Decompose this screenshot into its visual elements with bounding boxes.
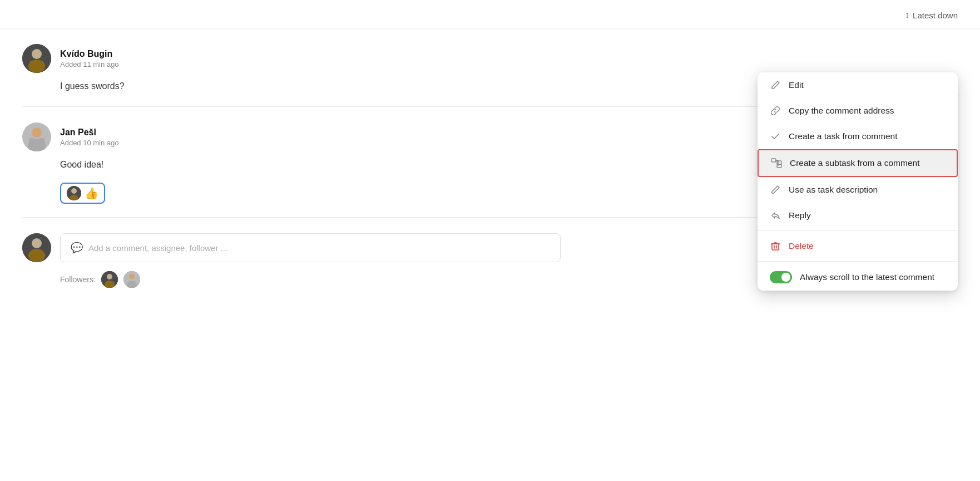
comment-author-1: Kvído Bugin <box>60 49 119 59</box>
comment-author-2: Jan Pešl <box>60 127 119 138</box>
link-icon <box>770 105 781 116</box>
comment-input-box[interactable]: 💬 Add a comment, assignee, follower ... <box>60 233 561 262</box>
svg-point-20 <box>129 274 135 279</box>
menu-item-edit[interactable]: Edit <box>758 72 958 98</box>
reaction-badge[interactable]: 👍 <box>60 183 105 204</box>
toggle-switch[interactable] <box>770 271 792 283</box>
reply-icon <box>770 210 781 221</box>
svg-point-6 <box>32 127 42 138</box>
avatar-kvido <box>22 44 51 73</box>
svg-point-11 <box>71 188 77 194</box>
menu-delete-label: Delete <box>789 241 814 251</box>
toggle-label: Always scroll to the latest comment <box>800 272 934 282</box>
toggle-row: Always scroll to the latest comment <box>758 264 958 291</box>
svg-rect-8 <box>29 138 34 147</box>
menu-copy-label: Copy the comment address <box>789 106 894 116</box>
menu-item-reply[interactable]: Reply <box>758 203 958 228</box>
context-menu: Edit Copy the comment address Create a t… <box>758 72 958 291</box>
menu-create-task-label: Create a task from comment <box>789 131 898 141</box>
followers-label: Followers: <box>60 275 96 284</box>
follower-avatar-1[interactable] <box>101 271 118 288</box>
menu-reply-label: Reply <box>789 210 811 220</box>
comment-time-1: Added 11 min ago <box>60 60 119 68</box>
menu-edit-label: Edit <box>789 80 804 90</box>
svg-rect-9 <box>39 138 44 147</box>
sort-icon: ↕ <box>905 10 909 20</box>
menu-divider <box>758 230 958 231</box>
reaction-avatar <box>67 186 81 200</box>
menu-item-delete[interactable]: Delete <box>758 233 958 259</box>
check-icon <box>770 131 781 142</box>
comment-meta-2: Jan Pešl Added 10 min ago <box>60 127 119 147</box>
menu-item-create-subtask[interactable]: Create a subtask from a comment <box>758 149 958 177</box>
sort-label: Latest down <box>913 11 958 20</box>
menu-item-use-description[interactable]: Use as task description <box>758 177 958 203</box>
menu-item-create-task[interactable]: Create a task from comment <box>758 124 958 149</box>
menu-description-label: Use as task description <box>789 185 878 195</box>
menu-item-copy[interactable]: Copy the comment address <box>758 98 958 124</box>
description-icon <box>770 184 781 195</box>
svg-rect-24 <box>777 164 781 168</box>
top-bar: ↕ Latest down <box>0 0 980 28</box>
svg-rect-4 <box>39 61 43 68</box>
svg-rect-3 <box>30 61 34 68</box>
trash-icon <box>770 240 781 252</box>
svg-point-15 <box>28 249 45 262</box>
svg-point-17 <box>107 274 112 279</box>
edit-icon <box>770 80 781 91</box>
comment-placeholder: Add a comment, assignee, follower ... <box>88 243 227 253</box>
svg-rect-22 <box>771 159 776 162</box>
avatar-jan <box>22 122 51 151</box>
comment-icon: 💬 <box>71 242 83 254</box>
menu-divider-2 <box>758 261 958 262</box>
comment-meta-1: Kvído Bugin Added 11 min ago <box>60 49 119 68</box>
svg-point-1 <box>32 49 42 59</box>
sort-button[interactable]: ↕ Latest down <box>905 10 958 20</box>
svg-rect-23 <box>777 161 781 164</box>
svg-point-14 <box>32 238 42 248</box>
menu-create-subtask-label: Create a subtask from a comment <box>790 158 919 168</box>
comment-header: Kvído Bugin Added 11 min ago <box>22 44 958 73</box>
reaction-emoji: 👍 <box>85 186 98 200</box>
follower-avatar-2[interactable] <box>123 271 140 288</box>
subtask-icon <box>771 158 782 169</box>
comment-time-2: Added 10 min ago <box>60 139 119 147</box>
svg-rect-25 <box>772 244 779 250</box>
current-user-avatar <box>22 233 51 262</box>
